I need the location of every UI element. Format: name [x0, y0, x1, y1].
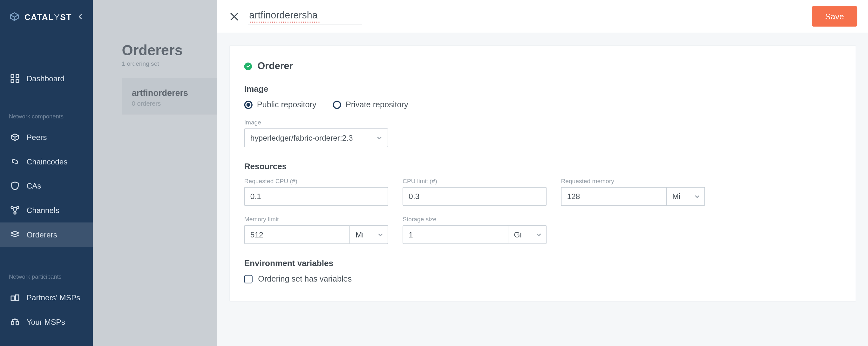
requested-memory-field: Requested memory 128 Mi — [561, 178, 705, 206]
svg-rect-0 — [11, 75, 14, 77]
orderer-edit-panel: Save Orderer Image Public repository — [217, 0, 868, 346]
dashboard-icon — [10, 74, 20, 83]
card-title: Orderer — [257, 60, 293, 72]
chevron-down-icon — [694, 192, 700, 201]
storage-size-input[interactable]: 1 — [403, 225, 508, 244]
requested-memory-input[interactable]: 128 — [561, 187, 666, 206]
storage-size-field: Storage size 1 Gi — [403, 216, 547, 244]
network-icon — [10, 205, 20, 215]
image-select[interactable]: hyperledger/fabric-orderer:2.3 — [244, 128, 388, 147]
svg-rect-1 — [16, 75, 19, 77]
field-label: CPU limit (#) — [403, 178, 547, 184]
org-icon — [10, 317, 20, 327]
radio-private-repo[interactable]: Private repository — [333, 100, 408, 109]
ordering-set-count: 0 orderers — [132, 100, 207, 107]
sidebar-item-dashboard[interactable]: Dashboard — [0, 66, 93, 91]
svg-rect-8 — [16, 295, 19, 300]
close-button[interactable] — [228, 10, 240, 22]
radio-label: Private repository — [346, 100, 408, 109]
svg-rect-10 — [16, 321, 19, 325]
sidebar-item-label: Orderers — [27, 230, 57, 239]
ordering-set-card[interactable]: artfinorderers 0 orderers — [122, 78, 217, 114]
memory-limit-field: Memory limit 512 Mi — [244, 216, 388, 244]
sidebar-item-label: Chaincodes — [27, 157, 68, 166]
save-button[interactable]: Save — [812, 6, 857, 26]
radio-icon — [244, 100, 253, 109]
layers-icon — [10, 230, 20, 239]
sidebar-item-partners-msps[interactable]: Partners' MSPs — [0, 285, 93, 310]
status-check-icon — [244, 62, 252, 70]
field-label: Memory limit — [244, 216, 388, 222]
sidebar-item-label: Channels — [27, 206, 59, 215]
orderer-card: Orderer Image Public repository Private … — [229, 45, 856, 302]
image-heading: Image — [244, 84, 841, 94]
sidebar-item-label: Peers — [27, 133, 47, 142]
logo-text: CATALYST — [25, 12, 72, 21]
catalyst-logo-icon — [9, 12, 20, 22]
radio-public-repo[interactable]: Public repository — [244, 100, 316, 109]
cube-icon — [10, 132, 20, 142]
memory-limit-unit-select[interactable]: Mi — [349, 225, 388, 244]
chevron-down-icon — [376, 133, 382, 142]
partners-icon — [10, 293, 20, 303]
ordering-set-name: artfinorderers — [132, 88, 207, 98]
sidebar-section-components: Network components — [0, 113, 93, 125]
sidebar-collapse-icon[interactable] — [76, 12, 84, 21]
storage-size-unit-select[interactable]: Gi — [508, 225, 547, 244]
link-icon — [10, 157, 20, 166]
resources-grid: Requested CPU (#) 0.1 CPU limit (#) 0.3 … — [244, 178, 841, 244]
sidebar-item-cas[interactable]: CAs — [0, 174, 93, 198]
sidebar-item-chaincodes[interactable]: Chaincodes — [0, 149, 93, 174]
radio-icon — [333, 100, 341, 109]
cpu-limit-field: CPU limit (#) 0.3 — [403, 178, 547, 206]
checkbox-label: Ordering set has variables — [258, 275, 352, 283]
app-logo-row: CATALYST — [0, 0, 93, 33]
resources-heading: Resources — [244, 162, 841, 171]
repo-kind-group: Public repository Private repository — [244, 100, 841, 109]
sidebar-item-label: Dashboard — [27, 74, 64, 83]
env-heading: Environment variables — [244, 258, 841, 268]
memory-limit-input[interactable]: 512 — [244, 225, 349, 244]
sidebar-item-your-msps[interactable]: Your MSPs — [0, 310, 93, 334]
sidebar-item-label: CAs — [27, 181, 41, 191]
field-label: Storage size — [403, 216, 547, 222]
has-variables-checkbox[interactable]: Ordering set has variables — [244, 275, 841, 283]
page-subtitle: 1 ordering set — [93, 59, 217, 78]
shield-icon — [10, 181, 20, 191]
svg-rect-7 — [11, 296, 14, 301]
requested-cpu-field: Requested CPU (#) 0.1 — [244, 178, 388, 206]
sidebar-item-orderers[interactable]: Orderers — [0, 222, 93, 247]
requested-memory-unit-select[interactable]: Mi — [666, 187, 705, 206]
sidebar-item-label: Partners' MSPs — [27, 293, 81, 302]
sidebar-item-channels[interactable]: Channels — [0, 198, 93, 222]
page-title: Orderers — [93, 42, 217, 59]
panel-header: Save — [217, 0, 868, 33]
sidebar-item-peers[interactable]: Peers — [0, 125, 93, 149]
image-field-label: Image — [244, 119, 841, 126]
svg-rect-9 — [12, 321, 14, 325]
checkbox-icon — [244, 275, 253, 283]
orderers-list-pane: Orderers 1 ordering set artfinorderers 0… — [93, 0, 217, 346]
orderer-name-field — [248, 8, 362, 25]
cpu-limit-input[interactable]: 0.3 — [403, 187, 547, 206]
field-label: Requested CPU (#) — [244, 178, 388, 184]
svg-rect-3 — [16, 80, 19, 82]
field-label: Requested memory — [561, 178, 705, 184]
chevron-down-icon — [536, 230, 541, 239]
radio-label: Public repository — [257, 100, 316, 109]
sidebar-item-label: Your MSPs — [27, 317, 65, 326]
sidebar-section-participants: Network participants — [0, 273, 93, 285]
requested-cpu-input[interactable]: 0.1 — [244, 187, 388, 206]
svg-rect-2 — [11, 80, 14, 82]
image-select-value: hyperledger/fabric-orderer:2.3 — [250, 133, 353, 142]
sidebar: CATALYST Dashboard Network components Pe… — [0, 0, 93, 346]
orderer-name-input[interactable] — [248, 8, 362, 25]
chevron-down-icon — [378, 230, 383, 239]
